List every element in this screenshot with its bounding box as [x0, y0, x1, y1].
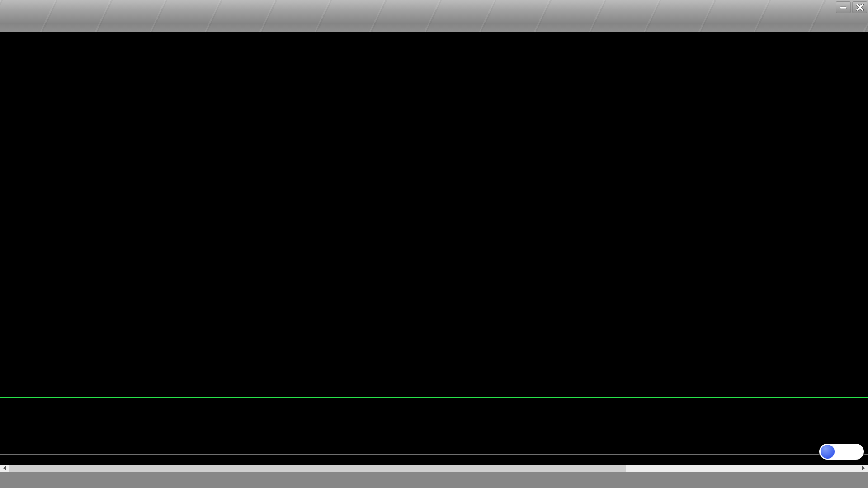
close-icon — [856, 4, 864, 11]
thumbnail-panel-top-border — [0, 397, 868, 398]
scroll-right-button[interactable] — [859, 465, 868, 472]
thumbnail-panel-bottom-border — [0, 454, 868, 455]
top-toolbar — [0, 0, 868, 32]
scroll-left-icon — [3, 466, 6, 470]
scroll-left-button[interactable] — [0, 465, 9, 472]
piece-thumbnail-strip — [0, 399, 868, 454]
scrollbar-thumb[interactable] — [9, 465, 626, 472]
memory-percent-badge — [821, 445, 835, 459]
titlebar-texture — [0, 0, 868, 32]
nesting-canvas[interactable] — [151, 33, 717, 395]
thumbnail-panel-top-border-inner — [0, 399, 868, 399]
status-bar — [0, 472, 868, 488]
horizontal-scrollbar[interactable] — [0, 465, 868, 472]
minimize-button[interactable] — [836, 1, 851, 13]
close-button[interactable] — [852, 1, 867, 13]
scroll-right-icon — [862, 466, 865, 470]
memory-usage-pill — [819, 444, 864, 460]
minimize-icon — [840, 4, 848, 10]
